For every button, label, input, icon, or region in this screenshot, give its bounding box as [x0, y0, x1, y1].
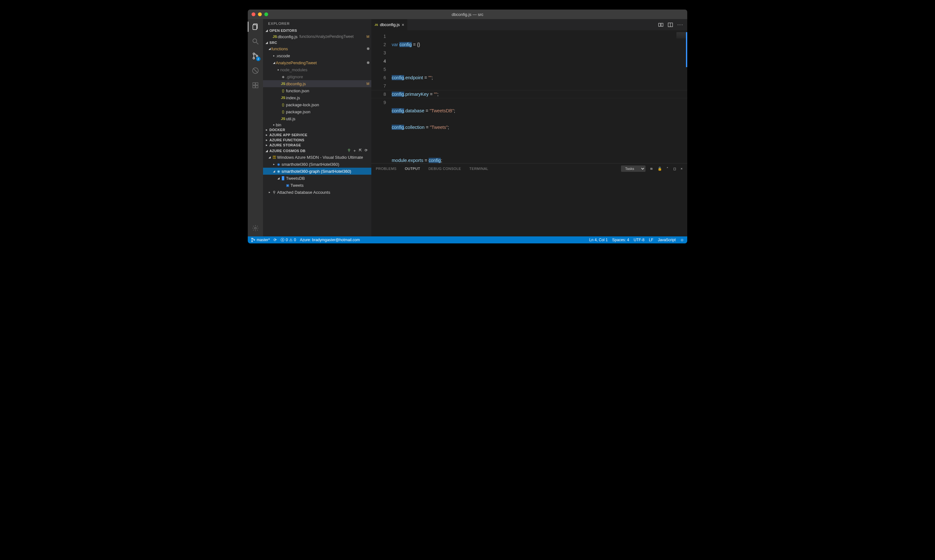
open-editor-status: M: [365, 35, 369, 38]
scm-activity-icon[interactable]: 2: [251, 52, 260, 60]
refresh-icon[interactable]: ⟳: [365, 148, 367, 153]
compare-changes-icon[interactable]: [658, 22, 663, 28]
window-controls: [248, 12, 268, 16]
file-package-lock[interactable]: {} package-lock.json: [263, 101, 371, 108]
cosmos-attached[interactable]: ▸ ⚲ Attached Database Accounts: [263, 189, 371, 196]
feedback-icon[interactable]: ☺: [680, 238, 684, 242]
src-header[interactable]: ◢ SRC: [263, 40, 371, 45]
folder-analyze[interactable]: ◢ AnalyzePendingTweet: [263, 59, 371, 66]
file-gitignore[interactable]: ◆ .gitignore: [263, 73, 371, 80]
close-panel-icon[interactable]: ×: [680, 167, 683, 171]
azurefunctions-section[interactable]: ▸AZURE FUNCTIONS: [263, 137, 371, 143]
debug-activity-icon[interactable]: [251, 66, 260, 75]
collection-icon: ▣: [285, 183, 290, 188]
indentation-status[interactable]: Spaces: 4: [612, 238, 629, 242]
cosmos-section[interactable]: ◢AZURE COSMOS DB ⚲ ＋ ⇱ ⟳: [263, 148, 371, 154]
panel-tabs: PROBLEMS OUTPUT DEBUG CONSOLE TERMINAL T…: [371, 163, 687, 174]
appservice-section[interactable]: ▸AZURE APP SERVICE: [263, 132, 371, 137]
folder-bin[interactable]: ▸ bin: [263, 122, 371, 127]
svg-rect-9: [253, 83, 255, 85]
more-actions-icon[interactable]: ···: [677, 22, 684, 28]
output-content[interactable]: [371, 174, 687, 236]
extensions-activity-icon[interactable]: [251, 81, 260, 90]
git-branch-status[interactable]: master*: [251, 238, 270, 242]
file-dbconfig[interactable]: JS dbconfig.js M: [263, 80, 371, 87]
zoom-window-button[interactable]: [264, 12, 268, 16]
svg-point-5: [253, 58, 255, 59]
language-mode-status[interactable]: JavaScript: [658, 238, 676, 242]
editor-actions: ···: [658, 19, 687, 30]
lock-scroll-icon[interactable]: 🔓: [657, 167, 662, 171]
storage-section[interactable]: ▸AZURE STORAGE: [263, 143, 371, 148]
eol-status[interactable]: LF: [649, 238, 654, 242]
modified-dot-icon: [367, 48, 369, 50]
output-channel-select[interactable]: Tasks: [621, 165, 645, 172]
title-bar[interactable]: dbconfig.js — src: [248, 9, 687, 19]
open-editors-header[interactable]: ◢ OPEN EDITORS: [263, 28, 371, 33]
js-file-icon: JS: [280, 96, 286, 100]
svg-line-8: [253, 68, 258, 73]
folder-node-modules[interactable]: ▸ node_modules: [263, 66, 371, 73]
folder-functions[interactable]: ◢ functions: [263, 45, 371, 52]
explorer-activity-icon[interactable]: [251, 22, 260, 31]
collapse-icon[interactable]: ⇱: [359, 148, 362, 153]
folder-vscode[interactable]: ▸ .vscode: [263, 52, 371, 59]
panel-tab-debug[interactable]: DEBUG CONSOLE: [428, 167, 461, 171]
json-file-icon: {}: [280, 89, 286, 92]
panel-tab-problems[interactable]: PROBLEMS: [376, 167, 397, 171]
close-tab-icon[interactable]: ×: [401, 22, 404, 28]
file-status: M: [365, 82, 369, 86]
split-editor-icon[interactable]: [668, 22, 673, 28]
cosmos-account-1[interactable]: ▸ ◉ smarthotel360 (SmartHotel360): [263, 161, 371, 168]
svg-point-4: [253, 53, 255, 55]
window-title: dbconfig.js — src: [452, 12, 483, 17]
chevron-up-icon[interactable]: ˄: [667, 167, 669, 171]
search-activity-icon[interactable]: [251, 37, 260, 46]
chevron-right-icon: ▸: [265, 143, 269, 147]
panel-tab-output[interactable]: OUTPUT: [405, 167, 420, 171]
open-editor-item[interactable]: JS dbconfig.js functions/AnalyzePendingT…: [263, 33, 371, 40]
js-file-icon: JS: [280, 117, 286, 121]
close-window-button[interactable]: [251, 12, 255, 16]
status-bar: master* ⟳ ⓧ 0 ⚠ 0 Azure: bradymgaster@ho…: [248, 236, 687, 243]
cosmos-account-2[interactable]: ◢ ◉ smarthotel360-graph (SmartHotel360): [263, 168, 371, 175]
cosmos-collection[interactable]: ▣ Tweets: [263, 182, 371, 189]
file-util-js[interactable]: JS util.js: [263, 115, 371, 122]
minimap[interactable]: [676, 32, 686, 38]
modified-dot-icon: [367, 62, 369, 64]
encoding-status[interactable]: UTF-8: [634, 238, 645, 242]
sync-status[interactable]: ⟳: [273, 238, 277, 242]
minimize-window-button[interactable]: [258, 12, 262, 16]
svg-point-2: [253, 39, 257, 43]
maximize-panel-icon[interactable]: ◻: [673, 167, 676, 171]
vscode-window: dbconfig.js — src 2: [248, 9, 687, 243]
chevron-down-icon: ◢: [265, 41, 269, 44]
chevron-right-icon: ▸: [265, 138, 269, 142]
overview-ruler: [686, 32, 687, 67]
open-editor-filename: dbconfig.js: [278, 34, 298, 39]
editor-tab-dbconfig[interactable]: JS dbconfig.js ×: [371, 19, 407, 30]
panel-tab-terminal[interactable]: TERMINAL: [469, 167, 489, 171]
gitignore-icon: ◆: [280, 75, 286, 79]
file-tree: ◢ functions ▸ .vscode ◢ AnalyzePendingTw…: [263, 45, 371, 127]
problems-status[interactable]: ⓧ 0 ⚠ 0: [281, 237, 296, 243]
connect-icon[interactable]: ⚲: [348, 148, 350, 153]
settings-gear-icon[interactable]: [251, 224, 260, 232]
file-function-json[interactable]: {} function.json: [263, 87, 371, 94]
file-package-json[interactable]: {} package.json: [263, 108, 371, 115]
code-editor[interactable]: 123 456 789 var config = {} config.endpo…: [371, 30, 687, 163]
code-content[interactable]: var config = {} config.endpoint = ""; co…: [390, 30, 687, 163]
svg-point-18: [251, 238, 253, 239]
cosmos-subscription[interactable]: ◢ ⚿ Windows Azure MSDN - Visual Studio U…: [263, 154, 371, 161]
key-icon: ⚿: [272, 155, 277, 159]
editor-group: JS dbconfig.js × ··· 123 456 789 var con…: [371, 19, 687, 236]
add-icon[interactable]: ＋: [353, 148, 356, 153]
cosmos-database[interactable]: ◢ ▉ TweetsDB: [263, 175, 371, 182]
cursor-position-status[interactable]: Ln 4, Col 1: [589, 238, 608, 242]
docker-section[interactable]: ▸DOCKER: [263, 127, 371, 132]
chevron-right-icon: ▸: [265, 128, 269, 131]
svg-line-3: [256, 42, 258, 44]
file-index-js[interactable]: JS index.js: [263, 94, 371, 101]
clear-output-icon[interactable]: ≋: [650, 167, 653, 171]
azure-account-status[interactable]: Azure: bradymgaster@hotmail.com: [300, 238, 360, 242]
